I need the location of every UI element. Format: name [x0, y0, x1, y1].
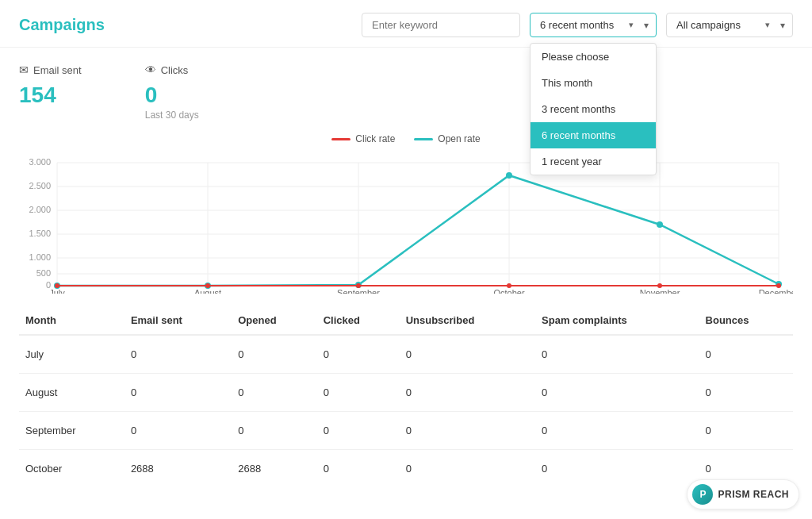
brand-name: PRISM REACH: [718, 489, 789, 500]
email-icon: ✉: [19, 63, 29, 76]
campaign-select-wrapper: All campaigns ▾: [666, 13, 793, 37]
dropdown-item-3-months[interactable]: 3 recent months: [530, 96, 656, 122]
col-spam: Spam complaints: [535, 306, 699, 335]
cell-email-sent: 2688: [124, 450, 232, 488]
svg-point-34: [356, 283, 361, 288]
header-controls: 6 recent months ▾ Please choose This mon…: [362, 13, 793, 37]
svg-text:3.000: 3.000: [29, 157, 51, 167]
email-sent-value: 154: [19, 83, 82, 108]
dropdown-item-6-months[interactable]: 6 recent months: [530, 122, 656, 148]
legend-open-rate: Open rate: [414, 133, 480, 144]
stats-section: ✉ Email sent 154 👁 Clicks 0 Last 30 days: [0, 48, 812, 133]
clicks-sublabel: Last 30 days: [145, 110, 199, 121]
col-bounces: Bounces: [699, 306, 793, 335]
clicks-stat: 👁 Clicks 0 Last 30 days: [145, 63, 199, 121]
chart-legend: Click rate Open rate: [19, 133, 793, 144]
period-select-wrapper: 6 recent months ▾ Please choose This mon…: [530, 13, 657, 37]
svg-point-36: [657, 283, 662, 288]
cell-opened: 2688: [232, 450, 317, 488]
table-row: September 0 0 0 0 0 0: [19, 412, 793, 450]
period-chevron-icon: ▾: [629, 20, 634, 30]
campaign-chevron-icon: ▾: [765, 20, 770, 30]
svg-text:August: August: [194, 288, 221, 294]
cell-bounces: 0: [699, 335, 793, 374]
chart-area: 3.000 2.500 2.000 1.500 1.000 500 0: [19, 151, 793, 294]
table-row: August 0 0 0 0 0 0: [19, 374, 793, 412]
cell-bounces: 0: [699, 374, 793, 412]
col-unsubscribed: Unsubscribed: [400, 306, 535, 335]
cell-unsubscribed: 0: [400, 412, 535, 450]
svg-text:December: December: [759, 288, 793, 294]
header: Campaigns 6 recent months ▾ Please choos…: [0, 0, 812, 48]
open-rate-legend-line: [414, 138, 433, 140]
period-dropdown-menu: Please choose This month 3 recent months…: [530, 43, 657, 175]
col-email-sent: Email sent: [124, 306, 232, 335]
app-container: Campaigns 6 recent months ▾ Please choos…: [0, 0, 812, 519]
svg-text:July: July: [49, 288, 65, 294]
cell-clicked: 0: [317, 374, 400, 412]
legend-click-rate: Click rate: [331, 133, 395, 144]
svg-text:1.000: 1.000: [29, 252, 51, 262]
table-header-row: Month Email sent Opened Clicked Unsubscr…: [19, 306, 793, 335]
svg-point-33: [205, 283, 210, 288]
eye-icon: 👁: [145, 63, 156, 76]
search-input[interactable]: [362, 13, 520, 37]
period-select[interactable]: 6 recent months ▾: [530, 13, 657, 37]
line-chart: 3.000 2.500 2.000 1.500 1.000 500 0: [19, 151, 793, 294]
cell-clicked: 0: [317, 335, 400, 374]
cell-month: September: [19, 412, 124, 450]
svg-text:October: October: [493, 288, 524, 294]
brand-badge: P PRISM REACH: [687, 479, 799, 509]
stats-table: Month Email sent Opened Clicked Unsubscr…: [19, 306, 793, 487]
brand-logo-icon: P: [699, 489, 706, 500]
cell-unsubscribed: 0: [400, 374, 535, 412]
cell-email-sent: 0: [124, 412, 232, 450]
dropdown-item-this-month[interactable]: This month: [530, 70, 656, 96]
svg-text:500: 500: [36, 268, 51, 278]
chart-section: Click rate Open rate 3.000 2.500 2.000 1…: [0, 133, 812, 294]
table-section: Month Email sent Opened Clicked Unsubscr…: [0, 306, 812, 487]
svg-point-37: [776, 283, 781, 288]
cell-email-sent: 0: [124, 374, 232, 412]
cell-opened: 0: [232, 374, 317, 412]
cell-unsubscribed: 0: [400, 450, 535, 488]
svg-point-30: [657, 221, 663, 228]
table-row: October 2688 2688 0 0 0 0: [19, 450, 793, 488]
svg-text:1.500: 1.500: [29, 229, 51, 238]
cell-clicked: 0: [317, 412, 400, 450]
cell-month: August: [19, 374, 124, 412]
col-opened: Opened: [232, 306, 317, 335]
col-clicked: Clicked: [317, 306, 400, 335]
page-title: Campaigns: [19, 16, 105, 34]
cell-spam: 0: [535, 412, 699, 450]
email-sent-stat: ✉ Email sent 154: [19, 63, 82, 121]
click-rate-legend-line: [331, 138, 350, 140]
cell-opened: 0: [232, 335, 317, 374]
clicks-label: 👁 Clicks: [145, 63, 199, 76]
svg-text:September: September: [337, 288, 380, 294]
cell-opened: 0: [232, 412, 317, 450]
cell-month: July: [19, 335, 124, 374]
cell-spam: 0: [535, 374, 699, 412]
email-sent-label: ✉ Email sent: [19, 63, 82, 76]
svg-text:November: November: [640, 288, 680, 294]
svg-text:2.500: 2.500: [29, 181, 51, 190]
cell-bounces: 0: [699, 412, 793, 450]
cell-spam: 0: [535, 335, 699, 374]
cell-unsubscribed: 0: [400, 335, 535, 374]
cell-email-sent: 0: [124, 335, 232, 374]
campaign-select[interactable]: All campaigns ▾: [666, 13, 793, 37]
dropdown-item-please-choose[interactable]: Please choose: [530, 44, 656, 70]
brand-logo: P: [692, 484, 713, 505]
cell-clicked: 0: [317, 450, 400, 488]
svg-text:2.000: 2.000: [29, 205, 51, 214]
cell-spam: 0: [535, 450, 699, 488]
clicks-value: 0: [145, 83, 199, 108]
table-row: July 0 0 0 0 0 0: [19, 335, 793, 374]
dropdown-item-1-year[interactable]: 1 recent year: [530, 148, 656, 175]
cell-month: October: [19, 450, 124, 488]
svg-point-29: [506, 172, 512, 179]
svg-point-32: [55, 283, 59, 288]
svg-point-35: [507, 283, 511, 288]
col-month: Month: [19, 306, 124, 335]
